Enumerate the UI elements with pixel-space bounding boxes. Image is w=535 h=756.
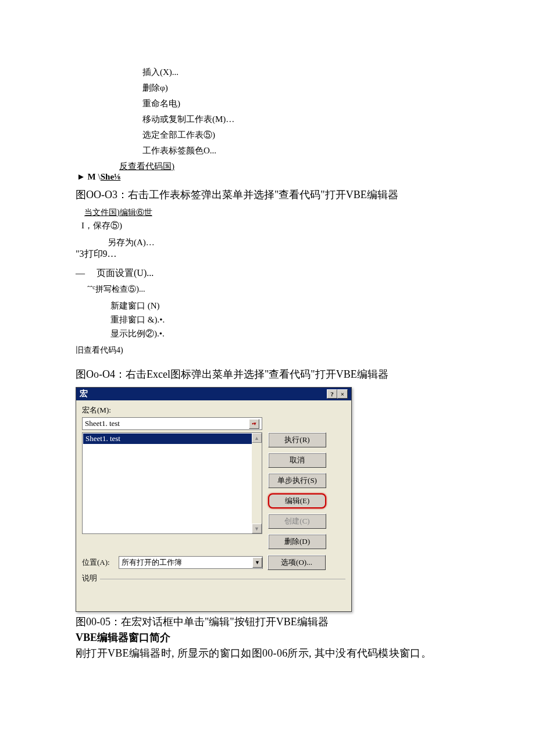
- dropdown-icon[interactable]: ▼: [252, 557, 262, 568]
- macro-name-value: Sheet1. test: [85, 419, 120, 428]
- menu-item-page-setup[interactable]: — 页面设置(U)...: [76, 267, 459, 280]
- context-menu-1: 插入(X)... 删除φ) 重命名电) 移动或复制工作表(M)… 选定全部工作表…: [142, 67, 459, 156]
- macro-list[interactable]: Sheet1. test ▲ ▼: [82, 432, 262, 534]
- macro-list-item[interactable]: Sheet1. test: [83, 433, 261, 444]
- divider: [100, 579, 345, 579]
- options-button[interactable]: 选项(O)...: [268, 555, 326, 570]
- delete-button[interactable]: 删除(D): [268, 534, 326, 549]
- macro-name-input[interactable]: Sheet1. test ▪▾: [82, 417, 262, 430]
- menu-item-save[interactable]: I，保存⑤): [81, 220, 459, 231]
- dash: —: [76, 268, 87, 278]
- menu-item-new-window[interactable]: 新建窗口 (N): [110, 300, 459, 311]
- menu-item-arrange[interactable]: 重排窗口 &).•.: [110, 314, 459, 325]
- menu-item-rename[interactable]: 重命名电): [142, 98, 459, 109]
- scroll-down-icon[interactable]: ▼: [252, 524, 262, 533]
- menu-item-select-all[interactable]: 选定全部工作表⑤): [142, 130, 459, 141]
- menu-item-move-copy[interactable]: 移动或复制工作表(M)…: [142, 114, 459, 125]
- context-menu-2: 新建窗口 (N) 重排窗口 &).•. 显示比例②).•.: [110, 300, 459, 339]
- she-label: She⅛: [101, 172, 121, 181]
- macro-name-label: 宏名(M):: [82, 405, 345, 415]
- macro-run-icon[interactable]: ▪▾: [249, 419, 259, 429]
- menu-item-zoom[interactable]: 显示比例②).•.: [110, 328, 459, 339]
- figure-caption-04: 图Oo-O4：右击Excel图标弹出菜单并选择"查看代码"打开VBE编辑器: [76, 367, 459, 381]
- menu-item-save-as[interactable]: 另存为(A)…: [108, 237, 459, 248]
- m-label: M: [88, 172, 96, 181]
- close-button[interactable]: ×: [337, 389, 348, 399]
- location-value: 所有打开的工作簿: [122, 557, 182, 568]
- triangle-icon: ►: [77, 172, 85, 182]
- cancel-button[interactable]: 取消: [268, 453, 326, 468]
- edit-button[interactable]: 编辑(E): [268, 493, 326, 508]
- description-label: 说明: [82, 573, 97, 583]
- menu-item-print[interactable]: "3打印9…: [76, 248, 459, 260]
- location-combo[interactable]: 所有打开的工作簿 ▼: [119, 556, 263, 569]
- dialog-titlebar: 宏 ? ×: [76, 388, 351, 400]
- dialog-title-text: 宏: [80, 389, 88, 399]
- body-paragraph: 刚打开VBE编辑器时, 所显示的窗口如图00-06所示, 其中没有代码模块窗口。: [76, 646, 459, 660]
- location-label: 位置(A):: [82, 557, 114, 568]
- create-button: 创建(C): [268, 514, 326, 529]
- menu-item-spell-check[interactable]: ˆˆᶜ拼写检查⑤)...: [87, 284, 459, 295]
- scroll-up-icon[interactable]: ▲: [252, 433, 262, 443]
- run-button[interactable]: 执行(R): [268, 432, 326, 447]
- macro-dialog: 宏 ? × 宏名(M): Sheet1. test ▪▾ Sheet1. tes…: [76, 387, 352, 612]
- step-button[interactable]: 单步执行(S): [268, 473, 326, 488]
- menu-item-insert[interactable]: 插入(X)...: [142, 67, 459, 78]
- menu-file-edit: 当文件国)编辑⑥世: [84, 207, 459, 218]
- menu-item-view-code[interactable]: 反查看代码国): [119, 161, 459, 172]
- figure-caption-03: 图OO-O3：右击工作表标签弹出菜单并选择"查看代码"打开VBE编辑器: [76, 188, 459, 202]
- menu-item-old-view-code[interactable]: 旧查看代码4): [76, 345, 459, 356]
- scrollbar[interactable]: ▲ ▼: [252, 433, 262, 533]
- menu-item-delete[interactable]: 删除φ): [142, 83, 459, 94]
- help-button[interactable]: ?: [327, 389, 337, 399]
- page-setup-label: 页面设置(U)...: [97, 268, 154, 278]
- section-heading: VBE编辑器窗口简介: [76, 630, 459, 644]
- sheet-tab-indicator: ► M \She⅛: [77, 172, 459, 182]
- menu-item-tab-color[interactable]: 工作表标签颜色O...: [142, 145, 459, 156]
- description-area: [82, 583, 345, 605]
- figure-caption-05: 图00-05：在宏对话框中单击"编辑"按钮打开VBE编辑器: [76, 615, 459, 629]
